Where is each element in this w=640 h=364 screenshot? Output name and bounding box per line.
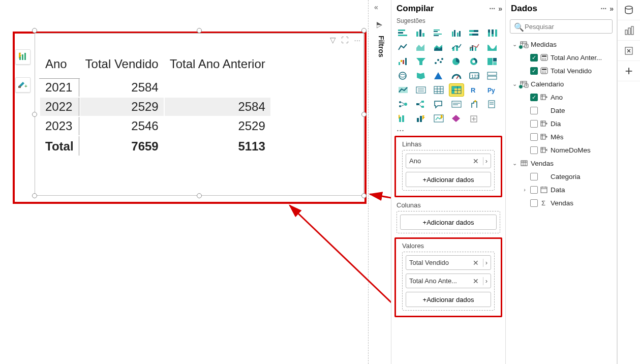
viz-stacked-bar[interactable] <box>395 26 411 40</box>
viz-waterfall[interactable] <box>395 55 411 68</box>
viz-app-source-2[interactable] <box>431 112 446 125</box>
viz-qa[interactable] <box>431 98 446 111</box>
field-ano[interactable]: ✓Ano <box>506 90 617 104</box>
resize-handle[interactable] <box>197 193 202 198</box>
viz-multi-row-card[interactable] <box>484 69 500 82</box>
field-checkbox[interactable]: ✓ <box>530 94 538 101</box>
viz-table[interactable] <box>431 83 446 97</box>
field-checkbox[interactable]: ✓ <box>530 54 538 62</box>
field-checkbox[interactable] <box>530 146 538 154</box>
field-checkbox[interactable] <box>530 120 538 128</box>
viz-azure-map[interactable] <box>431 69 446 82</box>
model-view-icon[interactable] <box>618 20 640 41</box>
viz-key-influencers[interactable] <box>395 98 411 111</box>
field-pill-total-vendido[interactable]: Total Vendido ✕ › <box>406 255 491 270</box>
viz-treemap[interactable] <box>484 55 500 68</box>
remove-field-icon[interactable]: ✕ <box>471 259 481 267</box>
remove-field-icon[interactable]: ✕ <box>471 157 481 165</box>
resize-handle[interactable] <box>361 28 367 33</box>
viz-app-source-1[interactable] <box>413 112 429 125</box>
viz-matrix[interactable] <box>449 83 464 97</box>
collapse-pane-icon[interactable]: » <box>498 5 502 13</box>
search-input[interactable] <box>510 19 613 34</box>
field-checkbox[interactable] <box>530 199 538 207</box>
resize-handle[interactable] <box>32 112 37 117</box>
viz-map[interactable] <box>395 69 411 82</box>
field-pill-ano[interactable]: Ano ✕ › <box>406 154 491 168</box>
suggest-visual-button[interactable] <box>15 49 31 65</box>
table-node-medidas[interactable]: ⌄Medidas <box>506 38 617 51</box>
field-total-ano-anter-[interactable]: ✓Total Ano Anter... <box>506 51 617 64</box>
rows-well[interactable]: Ano ✕ › +Adicionar dados <box>402 150 495 191</box>
field-checkbox[interactable]: ✓ <box>530 67 538 75</box>
field-dia[interactable]: Dia <box>506 117 617 130</box>
focus-mode-icon[interactable]: ⛶ <box>341 36 349 45</box>
resize-handle[interactable] <box>32 28 37 33</box>
field-menu-icon[interactable]: › <box>485 157 487 165</box>
viz-funnel[interactable] <box>413 55 429 68</box>
field-categoria[interactable]: Categoria <box>506 170 617 183</box>
viz-line-clustered-column[interactable] <box>467 41 482 54</box>
table-node-vendas[interactable]: ⌄Vendas <box>506 157 617 170</box>
pane-more-icon[interactable]: ··· <box>490 5 496 13</box>
field-vendas[interactable]: ΣVendas <box>506 196 617 209</box>
field-date[interactable]: Date <box>506 104 617 117</box>
viz-decomposition-tree[interactable] <box>413 98 429 111</box>
filters-pane-collapsed[interactable]: « ⧩ Filtros <box>371 0 391 364</box>
field-checkbox[interactable] <box>530 107 538 114</box>
resize-handle[interactable] <box>32 193 37 198</box>
viz-100-stacked-bar[interactable] <box>467 26 482 40</box>
field-nomedomes[interactable]: NomeDoMes <box>506 143 617 157</box>
viz-line-stacked-column[interactable] <box>449 41 464 54</box>
col-header-ano[interactable]: Ano <box>40 55 79 77</box>
viz-smart-narrative[interactable] <box>449 98 464 111</box>
add-icon[interactable]: + <box>618 61 640 81</box>
resize-handle[interactable] <box>361 193 367 198</box>
filter-icon[interactable]: ▽ <box>330 36 336 45</box>
chevron-right-icon[interactable]: › <box>521 187 528 193</box>
add-values-button[interactable]: +Adicionar dados <box>406 292 491 307</box>
viz-stacked-area[interactable] <box>431 41 446 54</box>
resize-handle[interactable] <box>197 28 202 33</box>
viz-stacked-column[interactable] <box>413 26 429 40</box>
more-options-icon[interactable]: ··· <box>354 36 360 45</box>
viz-overflow-icon[interactable]: ··· <box>391 125 505 136</box>
viz-get-more[interactable] <box>467 112 482 125</box>
viz-scatter[interactable] <box>431 55 446 68</box>
viz-ribbon[interactable] <box>484 41 500 54</box>
report-canvas[interactable]: ▽ ⛶ ··· Ano Total Vendido Total Ano Ante… <box>0 0 369 364</box>
viz-card[interactable]: 123 <box>467 69 482 82</box>
field-pill-total-ano-anterior[interactable]: Total Ano Ante... ✕ › <box>406 274 491 288</box>
table-node-calendario[interactable]: ⌄Calendario <box>506 77 617 90</box>
viz-pie[interactable] <box>449 55 464 68</box>
viz-clustered-bar[interactable] <box>431 26 446 40</box>
viz-filled-map[interactable] <box>413 69 429 82</box>
viz-power-automate[interactable] <box>395 112 411 125</box>
viz-slicer[interactable] <box>413 83 429 97</box>
viz-area[interactable] <box>413 41 429 54</box>
field-data[interactable]: ›Data <box>506 183 617 196</box>
viz-python[interactable]: Py <box>484 83 500 97</box>
search-field[interactable]: 🔍 <box>510 19 613 34</box>
remove-field-icon[interactable]: ✕ <box>471 277 481 285</box>
add-rows-button[interactable]: +Adicionar dados <box>406 172 491 187</box>
pane-more-icon[interactable]: ··· <box>601 5 607 13</box>
format-painter-button[interactable]: + <box>15 77 31 93</box>
field-checkbox[interactable] <box>530 133 538 141</box>
field-menu-icon[interactable]: › <box>485 259 487 266</box>
viz-donut[interactable] <box>467 55 482 68</box>
add-cols-button[interactable]: +Adicionar dados <box>400 215 497 230</box>
dax-view-icon[interactable] <box>618 41 640 61</box>
collapse-pane-icon[interactable]: » <box>609 5 614 13</box>
viz-goals[interactable] <box>467 98 482 111</box>
viz-line[interactable] <box>395 41 411 54</box>
viz-r[interactable]: R <box>467 83 482 97</box>
data-view-icon[interactable] <box>618 0 640 20</box>
viz-paginated[interactable] <box>484 98 500 111</box>
viz-gauge[interactable] <box>449 69 464 82</box>
chevron-down-icon[interactable]: ⌄ <box>511 81 518 87</box>
matrix-visual[interactable]: ▽ ⛶ ··· Ano Total Vendido Total Ano Ante… <box>35 33 364 196</box>
field-total-vendido[interactable]: ✓Total Vendido <box>506 64 617 77</box>
field-checkbox[interactable] <box>530 173 538 180</box>
values-well[interactable]: Total Vendido ✕ › Total Ano Ante... ✕ › … <box>402 252 495 311</box>
